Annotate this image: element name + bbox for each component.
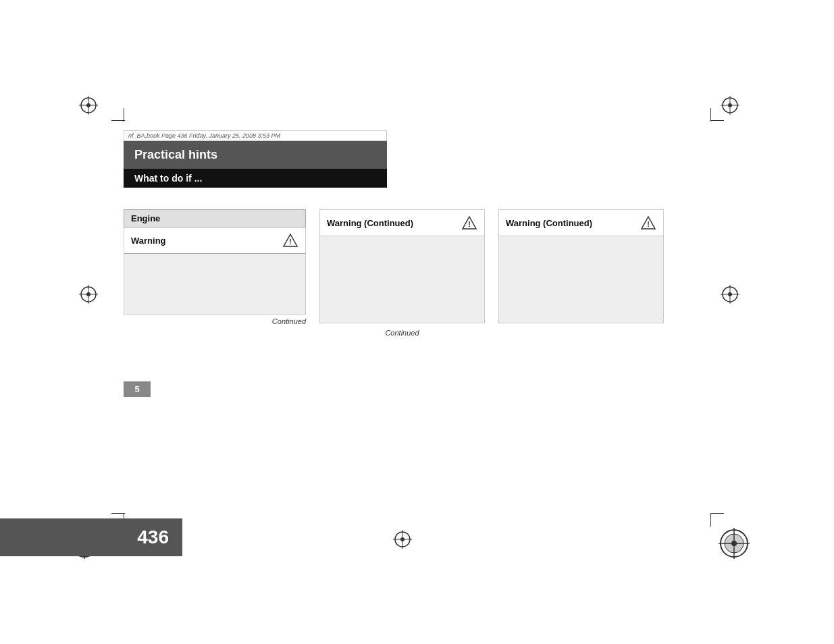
col2-continued: Continued bbox=[319, 326, 485, 340]
svg-point-25 bbox=[731, 541, 737, 546]
warning-label: Warning bbox=[131, 236, 166, 246]
page-number-box: 436 bbox=[0, 518, 182, 556]
warning-continued-header-3: Warning (Continued) ! bbox=[498, 209, 664, 236]
col1-continued: Continued bbox=[124, 315, 306, 328]
svg-point-15 bbox=[728, 292, 732, 296]
trim-tl-v bbox=[124, 108, 124, 122]
reg-mark-tr bbox=[719, 95, 741, 116]
warning-triangle-icon: ! bbox=[282, 233, 298, 248]
content-area: Engine Warning ! Continued Warning (Cont… bbox=[124, 209, 711, 340]
reg-mark-ml bbox=[78, 284, 99, 305]
warning-continued-header-2: Warning (Continued) ! bbox=[319, 209, 485, 236]
engine-section-header: Engine bbox=[124, 209, 306, 227]
reg-mark-bm bbox=[392, 529, 413, 550]
chapter-tab: 5 bbox=[124, 381, 151, 397]
trim-br-v bbox=[710, 513, 711, 527]
chapter-title-bar: Practical hints bbox=[124, 141, 387, 169]
page-number: 436 bbox=[137, 527, 169, 547]
warning-row: Warning ! bbox=[124, 227, 306, 254]
col2-content-box bbox=[319, 236, 485, 323]
warning-continued-label-3: Warning (Continued) bbox=[506, 218, 592, 228]
trim-br-h bbox=[710, 513, 724, 514]
warning-continued-triangle-icon-2: ! bbox=[461, 215, 477, 230]
page-meta: nf_BA.book Page 436 Friday, January 25, … bbox=[124, 130, 387, 141]
column-3: Warning (Continued) ! bbox=[498, 209, 664, 340]
page-header: nf_BA.book Page 436 Friday, January 25, … bbox=[124, 130, 387, 188]
reg-mark-mr bbox=[719, 284, 741, 305]
reg-mark-br bbox=[717, 527, 751, 560]
reg-mark-tl bbox=[78, 95, 99, 116]
column-1: Engine Warning ! Continued bbox=[124, 209, 306, 340]
trim-bl-h bbox=[111, 513, 125, 514]
warning-continued-triangle-icon-3: ! bbox=[640, 215, 656, 230]
col3-content-box bbox=[498, 236, 664, 323]
svg-text:!: ! bbox=[289, 238, 292, 246]
trim-tr-h bbox=[710, 120, 724, 121]
warning-continued-label-2: Warning (Continued) bbox=[327, 218, 413, 228]
svg-point-11 bbox=[86, 292, 90, 296]
trim-tr-v bbox=[710, 108, 711, 122]
column-2: Warning (Continued) ! Continued bbox=[319, 209, 485, 340]
trim-tl-h bbox=[111, 120, 125, 121]
svg-text:!: ! bbox=[647, 220, 650, 228]
section-title-bar: What to do if ... bbox=[124, 169, 387, 188]
svg-text:!: ! bbox=[468, 220, 471, 228]
svg-point-7 bbox=[728, 103, 732, 107]
svg-point-29 bbox=[400, 537, 405, 541]
svg-point-3 bbox=[86, 103, 90, 107]
col1-content-box bbox=[124, 254, 306, 315]
